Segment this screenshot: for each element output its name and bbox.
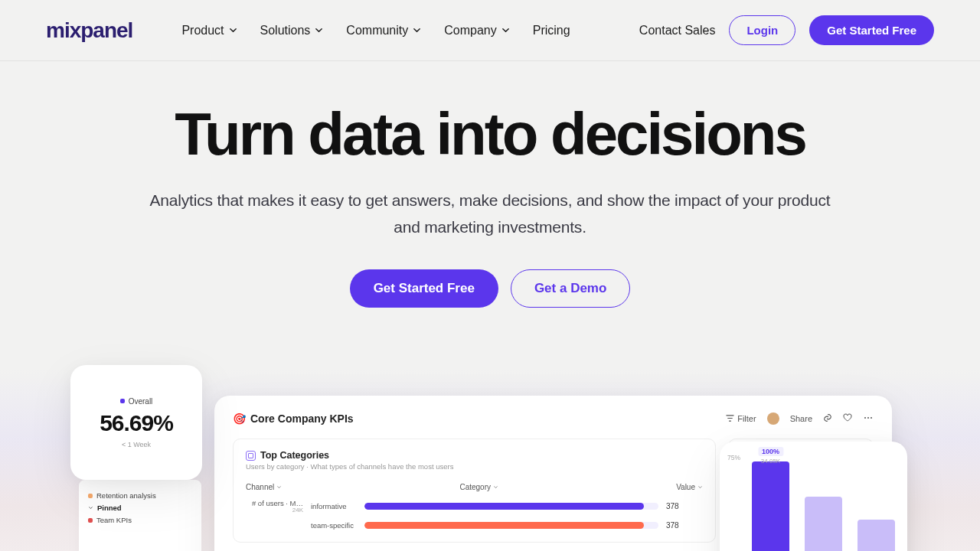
funnel-bars: 100% 34.05K: [732, 461, 895, 551]
panel-title: Top Categories: [260, 450, 329, 461]
get-started-hero-button[interactable]: Get Started Free: [350, 269, 498, 308]
nav-item-company[interactable]: Company: [444, 24, 509, 37]
dashboard-title: 🎯 Core Company KPIs: [233, 412, 354, 425]
row-category: informative: [311, 502, 357, 510]
funnel-val: 34.05K: [758, 458, 783, 465]
hero-subtitle: Analytics that makes it easy to get answ…: [138, 187, 842, 240]
contact-sales-link[interactable]: Contact Sales: [639, 24, 716, 37]
overall-label-text: Overall: [129, 397, 153, 406]
overall-pct: 56.69%: [100, 410, 173, 436]
bar-track: [364, 522, 658, 529]
funnel-bar-label: 100% 34.05K: [758, 443, 783, 465]
nav-links: Product Solutions Community Company Pric…: [181, 24, 570, 37]
bar-fill: [364, 522, 644, 529]
bar-row: team-specific 378: [246, 521, 703, 530]
bar-track: [364, 503, 658, 510]
nav-item-solutions[interactable]: Solutions: [260, 24, 324, 37]
bar-value: 378: [666, 521, 703, 530]
hero-ctas: Get Started Free Get a Demo: [0, 269, 980, 308]
sidebar-row-retention[interactable]: Retention analysis: [88, 491, 192, 500]
nav-item-label: Product: [181, 24, 224, 37]
funnel-bar-2: [805, 497, 842, 551]
chevron-down-icon: [315, 26, 323, 34]
login-button[interactable]: Login: [729, 15, 795, 45]
nav-item-label: Solutions: [260, 24, 311, 37]
nav-item-label: Company: [444, 24, 496, 37]
panel-subtitle: Users by category · What types of channe…: [246, 462, 703, 471]
dashboard-tools: Filter Share: [726, 412, 874, 425]
column-headers: Channel Category Value: [246, 483, 703, 491]
filter-button[interactable]: Filter: [726, 414, 756, 424]
sidebar-pinned-header[interactable]: Pinned: [88, 504, 192, 512]
col-channel[interactable]: Channel: [246, 483, 282, 491]
chevron-down-icon: [501, 26, 510, 34]
series-dot-icon: [120, 399, 125, 403]
svg-point-1: [867, 417, 869, 419]
row-category: team-specific: [311, 521, 357, 530]
tool-label: Share: [790, 414, 812, 423]
share-button[interactable]: Share: [790, 414, 812, 423]
dashboard-preview: Overall 56.69% < 1 Week Retention analys…: [0, 369, 980, 551]
navbar: mixpanel Product Solutions Community Com…: [0, 0, 980, 61]
card-sidebar: Retention analysis Pinned Team KPIs: [79, 480, 201, 551]
more-icon[interactable]: [863, 413, 874, 424]
yaxis-tick: 75%: [727, 454, 747, 461]
bar-fill: [364, 503, 644, 510]
nav-item-label: Pricing: [533, 24, 570, 37]
card-overall: Overall 56.69% < 1 Week: [70, 365, 202, 480]
svg-point-0: [864, 417, 866, 419]
overall-sub: < 1 Week: [122, 441, 151, 448]
heart-icon[interactable]: [843, 413, 852, 424]
col-label: Channel: [246, 483, 274, 491]
nav-item-label: Community: [346, 24, 408, 37]
chevron-down-icon: [276, 484, 282, 490]
link-icon[interactable]: [823, 413, 832, 424]
col-value[interactable]: Value: [676, 483, 703, 491]
target-icon: 🎯: [233, 412, 246, 425]
report-icon: [246, 451, 256, 461]
chevron-down-icon: [413, 26, 421, 34]
nav-item-product[interactable]: Product: [181, 24, 237, 37]
dashboard-title-text: Core Company KPIs: [250, 412, 354, 425]
funnel-yaxis: 75% 50%: [727, 454, 747, 551]
logo[interactable]: mixpanel: [46, 18, 132, 43]
sidebar-item-label: Retention analysis: [96, 491, 156, 500]
dot-icon: [88, 494, 93, 498]
hero: Turn data into decisions Analytics that …: [0, 61, 980, 308]
chevron-down-icon: [493, 484, 498, 490]
dashboard-header: 🎯 Core Company KPIs Filter Share: [233, 412, 874, 425]
filter-icon: [726, 414, 734, 424]
overall-label: Overall: [120, 397, 153, 406]
chevron-down-icon: [88, 505, 93, 510]
sidebar-section-label: Pinned: [97, 504, 122, 512]
bar-row: # of users · M…24K informative 378: [246, 499, 703, 514]
chevron-down-icon: [697, 484, 703, 490]
svg-point-2: [871, 417, 872, 419]
funnel-bar-3: [858, 520, 895, 551]
nav-right: Contact Sales Login Get Started Free: [639, 15, 934, 45]
nav-item-community[interactable]: Community: [346, 24, 421, 37]
col-label: Category: [459, 483, 491, 491]
card-funnel: 75% 50% 100% 34.05K: [720, 442, 907, 551]
col-label: Value: [676, 483, 695, 491]
tool-label: Filter: [737, 414, 756, 423]
funnel-pct: 100%: [758, 447, 783, 456]
bar-value: 378: [666, 502, 703, 510]
panel-top-categories: Top Categories Users by category · What …: [233, 439, 716, 543]
sidebar-row-team-kpis[interactable]: Team KPIs: [88, 516, 192, 524]
dot-icon: [88, 518, 93, 523]
get-started-nav-button[interactable]: Get Started Free: [809, 15, 934, 45]
col-category[interactable]: Category: [459, 483, 498, 491]
row-channel-label: # of users · M…24K: [246, 499, 303, 514]
chevron-down-icon: [229, 26, 237, 34]
sidebar-item-label: Team KPIs: [96, 516, 132, 524]
hero-title: Turn data into decisions: [0, 103, 980, 166]
funnel-bar-1: 100% 34.05K: [752, 461, 789, 551]
avatar[interactable]: [767, 412, 779, 425]
panel-header: Top Categories: [246, 450, 703, 461]
get-demo-button[interactable]: Get a Demo: [511, 269, 630, 308]
nav-item-pricing[interactable]: Pricing: [533, 24, 570, 37]
